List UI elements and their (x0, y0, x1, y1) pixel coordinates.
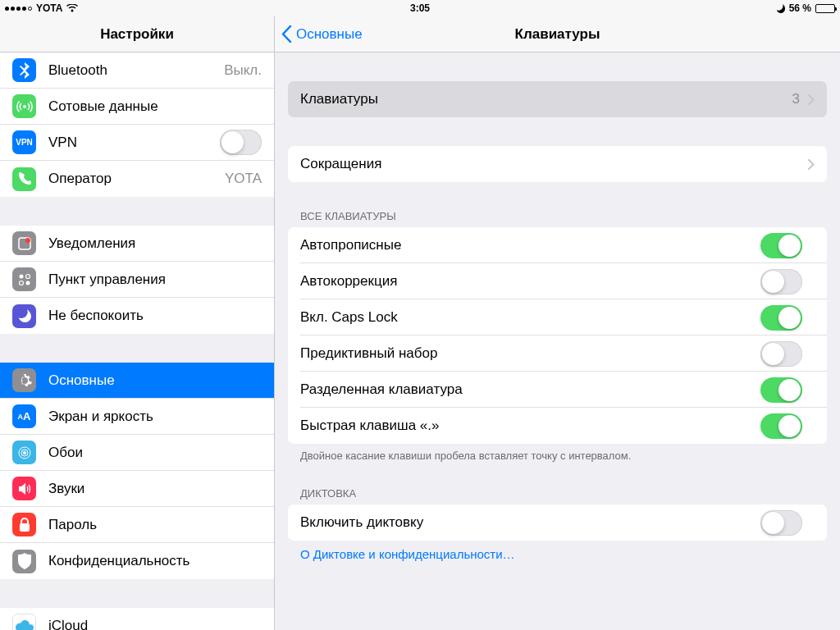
cell-shortcuts[interactable]: Сокращения (288, 146, 827, 182)
sidebar-item-label: Пункт управления (48, 272, 274, 288)
sidebar-item-control-center[interactable]: Пункт управления (0, 262, 274, 298)
sidebar-item-label: Сотовые данные (48, 98, 274, 115)
cell-keyboards[interactable]: Клавиатуры 3 (288, 81, 827, 117)
vpn-icon: VPN (12, 130, 36, 154)
sidebar-item-general[interactable]: Основные (0, 363, 274, 399)
status-bar: YOTA 3:05 56 % (0, 0, 840, 16)
sidebar-item-label: Конфиденциальность (48, 553, 274, 569)
cell-label: Предиктивный набор (300, 345, 760, 362)
icloud-icon (12, 614, 36, 630)
cell-autocorrect: Автокоррекция (288, 263, 827, 299)
lock-icon (12, 513, 36, 536)
sidebar-item-icloud[interactable]: iCloud (0, 608, 274, 630)
sidebar-item-label: Оператор (48, 171, 225, 187)
cell-capslock: Вкл. Caps Lock (288, 299, 827, 336)
group-footer-period: Двойное касание клавиши пробела вставляе… (288, 444, 827, 468)
split-toggle[interactable] (760, 377, 802, 403)
sidebar-item-label: Уведомления (48, 235, 274, 252)
group-header-dictation: ДИКТОВКА (288, 482, 827, 504)
cell-label: Разделенная клавиатура (300, 381, 760, 398)
dnd-icon (12, 304, 36, 328)
svg-rect-10 (20, 523, 30, 532)
cell-label: Клавиатуры (300, 91, 792, 107)
sidebar-header: Настройки (0, 16, 274, 52)
sidebar-item-label: Звуки (48, 481, 274, 497)
sidebar-item-privacy[interactable]: Конфиденциальность (0, 543, 274, 579)
cell-label: Быстрая клавиша «.» (300, 418, 760, 434)
cell-dictation: Включить диктовку (288, 504, 827, 541)
cell-split: Разделенная клавиатура (288, 372, 827, 408)
signal-dots-icon (5, 7, 32, 11)
sidebar-item-dnd[interactable]: Не беспокоить (0, 298, 274, 334)
notifications-icon (12, 231, 36, 255)
sidebar-item-label: VPN (48, 135, 220, 151)
autocorrect-toggle[interactable] (760, 269, 802, 294)
detail-header: Основные Клавиатуры (275, 16, 840, 52)
svg-point-7 (23, 451, 26, 454)
cell-predictive: Предиктивный набор (288, 336, 827, 372)
dictation-toggle[interactable] (760, 510, 802, 536)
dictation-privacy-link[interactable]: О Диктовке и конфиденциальности… (288, 541, 827, 568)
cell-label: Сокращения (300, 156, 808, 172)
sidebar-item-label: Bluetooth (48, 62, 224, 79)
capslock-toggle[interactable] (760, 305, 802, 331)
sidebar-item-value: YOTA (225, 171, 262, 187)
sidebar-item-notifications[interactable]: Уведомления (0, 226, 274, 262)
sidebar-item-vpn[interactable]: VPN VPN (0, 125, 274, 161)
sidebar-item-label: Экран и яркость (48, 409, 274, 425)
chevron-right-icon (808, 159, 815, 170)
sidebar-item-label: Не беспокоить (48, 308, 274, 324)
display-icon: AA (12, 404, 36, 428)
detail-pane: Основные Клавиатуры Клавиатуры 3 Сокраще… (275, 16, 840, 630)
control-center-icon (12, 267, 36, 291)
gear-icon (12, 368, 36, 392)
svg-point-4 (25, 274, 30, 278)
sidebar-item-wallpaper[interactable]: Обои (0, 435, 274, 471)
sidebar-item-label: iCloud (48, 618, 274, 631)
cell-autocap: Автопрописные (288, 227, 827, 263)
battery-pct-label: 56 % (789, 2, 811, 14)
cell-period: Быстрая клавиша «.» (288, 408, 827, 444)
sidebar-item-label: Пароль (48, 517, 274, 533)
battery-icon (815, 4, 835, 13)
sidebar-item-display[interactable]: AA Экран и яркость (0, 399, 274, 435)
svg-point-6 (25, 281, 30, 285)
wifi-icon (66, 4, 78, 12)
group-header-allkbd: ВСЕ КЛАВИАТУРЫ (288, 205, 827, 227)
back-label: Основные (296, 26, 363, 43)
chevron-left-icon (281, 25, 292, 43)
cellular-icon (12, 94, 36, 118)
clock-label: 3:05 (410, 2, 430, 14)
svg-point-0 (23, 105, 26, 108)
carrier-label: YOTA (36, 2, 62, 14)
back-button[interactable]: Основные (275, 25, 363, 43)
dnd-moon-icon (776, 4, 785, 13)
period-toggle[interactable] (760, 413, 802, 439)
privacy-icon (12, 550, 36, 573)
sidebar-item-sounds[interactable]: Звуки (0, 471, 274, 507)
sidebar-title: Настройки (100, 26, 174, 43)
chevron-right-icon (808, 94, 815, 105)
sidebar-item-bluetooth[interactable]: Bluetooth Выкл. (0, 52, 274, 89)
svg-point-3 (19, 274, 23, 278)
sidebar-item-label: Обои (48, 445, 274, 461)
sidebar-item-carrier[interactable]: Оператор YOTA (0, 161, 274, 197)
wallpaper-icon (12, 441, 36, 464)
phone-icon (12, 167, 36, 191)
detail-title: Клавиатуры (515, 26, 600, 43)
svg-point-5 (19, 281, 23, 285)
sidebar-item-label: Основные (48, 372, 274, 389)
bluetooth-icon (12, 58, 36, 82)
sidebar-item-cellular[interactable]: Сотовые данные (0, 89, 274, 125)
autocap-toggle[interactable] (760, 233, 802, 258)
vpn-toggle[interactable] (220, 130, 262, 155)
settings-sidebar: Настройки Bluetooth Выкл. Сотовые данные… (0, 16, 275, 630)
sounds-icon (12, 477, 36, 500)
predictive-toggle[interactable] (760, 341, 802, 367)
cell-label: Автокоррекция (300, 273, 760, 290)
sidebar-item-value: Выкл. (224, 62, 262, 79)
cell-value: 3 (792, 91, 800, 107)
sidebar-item-passcode[interactable]: Пароль (0, 507, 274, 543)
cell-label: Вкл. Caps Lock (300, 309, 760, 326)
svg-point-2 (25, 238, 30, 243)
